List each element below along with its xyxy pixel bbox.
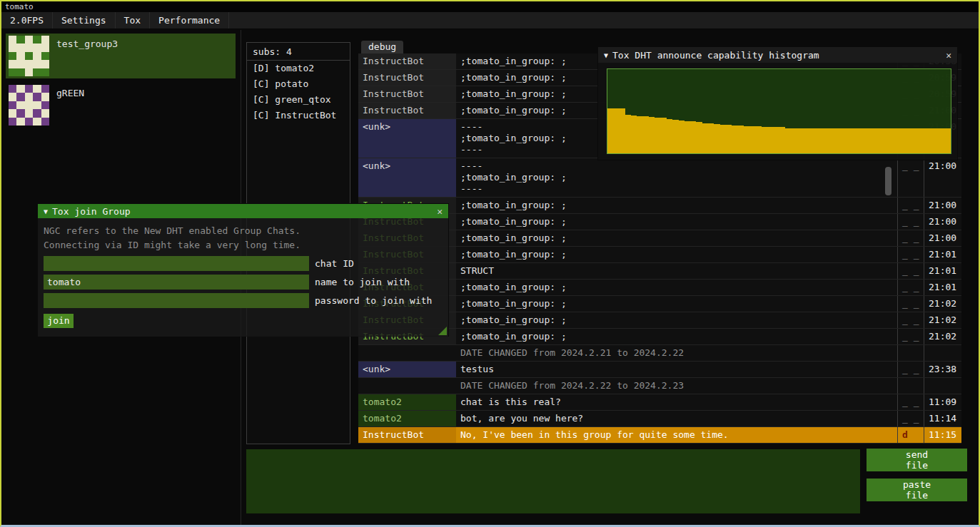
histogram-bar bbox=[620, 108, 625, 153]
histogram-bar bbox=[767, 127, 773, 153]
app-window: tomato 2.0FPS SettingsToxPerformance tes… bbox=[0, 0, 980, 527]
menu-items: SettingsToxPerformance bbox=[53, 12, 229, 29]
menu-item-settings[interactable]: Settings bbox=[53, 12, 116, 29]
chat-row-time: 21:00 bbox=[924, 214, 961, 230]
histogram-bar bbox=[839, 128, 844, 153]
histogram-bar bbox=[726, 125, 732, 153]
resize-grip[interactable] bbox=[438, 327, 447, 335]
message-input[interactable] bbox=[246, 449, 860, 513]
chat-row-status: _ _ bbox=[897, 296, 924, 312]
chat-row-status: _ _ bbox=[897, 263, 924, 279]
histogram-bar bbox=[625, 115, 631, 153]
join-name-label: name to join with bbox=[315, 277, 410, 287]
chat-row-time: 11:14 bbox=[924, 411, 961, 426]
chat-row-time: 21:01 bbox=[924, 263, 961, 279]
join-group-title: Tox join Group bbox=[52, 206, 131, 217]
histogram-window: ▼ Tox DHT announce capability histogram … bbox=[597, 46, 958, 160]
chat-row-status: _ _ bbox=[897, 230, 924, 246]
chat-row[interactable]: <unk>testus_ _23:38 bbox=[358, 362, 961, 378]
members-count: subs: 4 bbox=[247, 43, 350, 60]
group-name: test_group3 bbox=[56, 36, 118, 76]
join-button[interactable]: join bbox=[44, 314, 74, 328]
collapse-icon[interactable]: ▼ bbox=[604, 51, 608, 59]
chat-row-message: testus bbox=[456, 362, 897, 377]
chat-row[interactable]: InstructBotNo, I've been in this group f… bbox=[358, 427, 961, 444]
chat-row-author: <unk> bbox=[358, 158, 456, 197]
histogram-bar bbox=[844, 128, 850, 153]
chat-row-time: 21:00 bbox=[924, 198, 961, 213]
group-item[interactable]: test_group3 bbox=[6, 34, 236, 78]
menu-item-tox[interactable]: Tox bbox=[116, 12, 150, 29]
member-item[interactable]: [C] potato bbox=[247, 76, 350, 92]
histogram-bar bbox=[738, 126, 744, 153]
histogram-bar bbox=[862, 128, 868, 153]
group-list: test_group3gREEN bbox=[1, 30, 240, 131]
chat-row[interactable]: tomato2chat is this real?_ _11:09 bbox=[358, 394, 961, 411]
window-titlebar: tomato bbox=[1, 1, 979, 12]
chat-row-message: bot, are you new here? bbox=[456, 411, 897, 426]
chat-row-status: _ _ bbox=[897, 362, 924, 377]
histogram-bar bbox=[637, 116, 642, 153]
close-icon[interactable]: ✕ bbox=[946, 50, 951, 61]
histogram-bar bbox=[773, 127, 779, 153]
join-hint-2: Connecting via ID might take a very long… bbox=[44, 238, 443, 252]
histogram-bar bbox=[809, 128, 814, 153]
menu-item-performance[interactable]: Performance bbox=[150, 12, 229, 29]
chat-row-status: _ _ bbox=[897, 394, 924, 410]
chat-scrollbar-thumb[interactable] bbox=[885, 167, 891, 195]
histogram-bar bbox=[880, 128, 886, 153]
chat-row-time: 21:00 bbox=[924, 158, 961, 197]
histogram-bar bbox=[655, 118, 660, 153]
chat-row-status: _ _ bbox=[897, 411, 924, 426]
join-password-input[interactable] bbox=[44, 293, 309, 308]
chat-row-author: <unk> bbox=[358, 362, 456, 377]
histogram-bar bbox=[832, 128, 838, 153]
chat-id-label: chat ID bbox=[315, 258, 354, 269]
close-icon[interactable]: ✕ bbox=[437, 206, 443, 217]
member-item[interactable]: [C] green_qtox bbox=[247, 92, 350, 108]
histogram-bar bbox=[856, 128, 862, 153]
group-avatar bbox=[9, 36, 49, 76]
chat-row[interactable]: tomato2bot, are you new here?_ _11:14 bbox=[358, 411, 961, 427]
menubar: 2.0FPS SettingsToxPerformance bbox=[1, 12, 979, 29]
chat-row[interactable]: <unk>---- ;tomato_in_group: ; ----_ _21:… bbox=[358, 158, 961, 198]
join-name-input[interactable]: tomato bbox=[44, 275, 309, 290]
chat-row-author: InstructBot bbox=[358, 53, 456, 69]
histogram-bar bbox=[631, 116, 637, 153]
collapse-icon[interactable]: ▼ bbox=[44, 208, 48, 215]
tab-debug[interactable]: debug bbox=[361, 41, 403, 53]
group-item[interactable]: gREEN bbox=[6, 83, 236, 128]
send-file-button[interactable]: send file bbox=[867, 449, 967, 471]
chat-date-row: DATE CHANGED from 2024.2.21 to 2024.2.22 bbox=[358, 345, 961, 362]
histogram-bar bbox=[720, 125, 726, 153]
histogram-bar bbox=[909, 128, 915, 153]
chat-row-time bbox=[924, 378, 961, 394]
chat-row-time: 21:02 bbox=[924, 296, 961, 312]
histogram-bar bbox=[744, 126, 749, 153]
histogram-titlebar[interactable]: ▼ Tox DHT announce capability histogram … bbox=[598, 47, 957, 63]
chat-row-status bbox=[897, 378, 924, 394]
histogram-bar bbox=[821, 128, 827, 153]
chat-row-time: 11:15 bbox=[924, 427, 961, 443]
chat-row-status: _ _ bbox=[897, 329, 924, 344]
chat-row-status: _ _ bbox=[897, 158, 924, 197]
member-item[interactable]: [D] tomato2 bbox=[247, 61, 350, 76]
join-group-titlebar[interactable]: ▼ Tox join Group ✕ bbox=[38, 204, 448, 218]
histogram-title: Tox DHT announce capability histogram bbox=[612, 50, 819, 61]
member-item[interactable]: [C] InstructBot bbox=[247, 108, 350, 123]
histogram-bar bbox=[886, 128, 891, 153]
histogram-bar bbox=[679, 121, 685, 153]
chat-row-status: _ _ bbox=[897, 312, 924, 328]
chat-row-message: ;tomato_in_group: ; bbox=[456, 247, 897, 262]
group-avatar bbox=[9, 85, 49, 126]
histogram-bar bbox=[749, 126, 755, 153]
chat-row-message: ;tomato_in_group: ; bbox=[456, 296, 897, 312]
join-hint-1: NGC refers to the New DHT enabled Group … bbox=[44, 224, 443, 238]
paste-file-button[interactable]: paste file bbox=[867, 479, 967, 501]
chat-row-status: _ _ bbox=[897, 198, 924, 213]
histogram-bar bbox=[607, 108, 613, 153]
histogram-bar bbox=[803, 128, 809, 153]
chat-id-input[interactable] bbox=[44, 256, 309, 271]
join-password-label: password to join with bbox=[315, 295, 432, 306]
histogram-bar bbox=[708, 123, 714, 153]
